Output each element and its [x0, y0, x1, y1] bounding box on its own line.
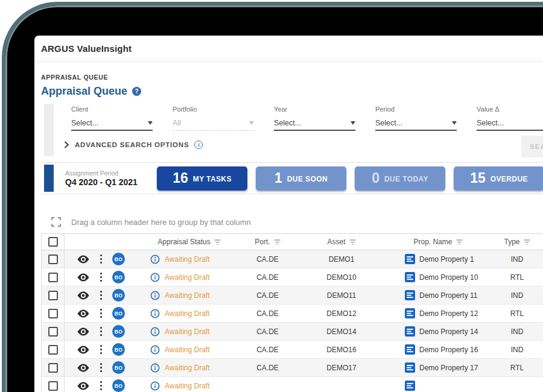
property-doc-icon[interactable] [405, 362, 415, 373]
status-info-icon[interactable] [150, 291, 160, 300]
property-doc-icon[interactable] [405, 290, 415, 300]
property-doc-icon[interactable] [405, 326, 415, 337]
asset-cell: DEMO17 [296, 364, 387, 372]
prop-name-cell: Demo Property 11 [387, 290, 489, 300]
filter-select[interactable]: Client Select... [71, 106, 153, 131]
status-info-icon[interactable] [150, 345, 160, 355]
view-icon[interactable] [77, 309, 90, 318]
assignee-badge[interactable]: BO [112, 271, 125, 283]
port-cell: CA.DE [239, 273, 296, 282]
port-cell: CA.DE [239, 291, 296, 300]
filter-icon[interactable] [456, 239, 463, 245]
filter-icon[interactable] [349, 239, 356, 245]
view-icon[interactable] [77, 364, 90, 372]
view-icon[interactable] [77, 346, 90, 354]
view-icon[interactable] [77, 273, 90, 282]
filter-select[interactable]: Value Δ Select... [477, 106, 543, 131]
advanced-search-toggle[interactable]: ADVANCED SEARCH OPTIONS i [64, 141, 543, 149]
row-checkbox[interactable] [48, 345, 58, 355]
appraisal-status-cell: Awaiting Draft [139, 254, 239, 264]
filter-select[interactable]: Portfolio All [173, 106, 254, 131]
assignee-badge[interactable]: BO [112, 379, 125, 392]
search-button[interactable]: SEARCH [521, 136, 543, 157]
row-menu-icon[interactable] [99, 362, 104, 374]
row-menu-icon[interactable] [99, 253, 104, 265]
row-menu-icon[interactable] [99, 289, 104, 302]
row-menu-icon[interactable] [99, 308, 104, 320]
row-checkbox[interactable] [48, 381, 58, 391]
filter-icon[interactable] [274, 239, 281, 245]
group-by-drop-zone[interactable]: Drag a column header here to group by th… [51, 217, 543, 227]
filter-select[interactable]: Year Select... [274, 106, 355, 131]
row-actions: BO [65, 253, 139, 265]
status-info-icon[interactable] [150, 381, 160, 391]
chevron-down-icon [148, 121, 153, 125]
status-info-icon[interactable] [150, 309, 160, 318]
property-doc-icon[interactable] [405, 272, 415, 282]
prop-name-cell [387, 381, 489, 391]
assignee-badge[interactable]: BO [112, 343, 125, 356]
assignment-period: Assignment Period Q4 2020 - Q1 2021 [65, 169, 148, 187]
property-doc-icon[interactable] [405, 308, 415, 318]
property-doc-icon[interactable] [405, 344, 415, 355]
page-title: Appraisal Queue [41, 85, 127, 98]
port-cell: CA.DE [239, 346, 296, 354]
status-info-icon[interactable] [150, 327, 160, 337]
help-icon[interactable]: ? [132, 87, 141, 96]
status-info-icon[interactable] [150, 273, 160, 282]
view-icon[interactable] [77, 382, 90, 390]
appraisal-status-cell: Awaiting Draft [139, 291, 239, 300]
row-checkbox[interactable] [48, 254, 58, 264]
filter-icon[interactable] [524, 239, 530, 245]
assignee-badge[interactable]: BO [112, 325, 125, 338]
column-header-type[interactable]: Type [489, 238, 543, 246]
appraisal-status-cell: Awaiting Draft [139, 345, 239, 355]
row-checkbox-cell [42, 359, 65, 376]
assignee-badge[interactable]: BO [112, 253, 125, 265]
filter-label: Period [375, 106, 457, 113]
prop-name-text: Demo Property 1 [419, 255, 474, 264]
row-checkbox[interactable] [48, 363, 58, 373]
row-checkbox[interactable] [48, 291, 58, 300]
view-icon[interactable] [77, 255, 90, 264]
row-checkbox[interactable] [48, 273, 58, 282]
filter-label: Portfolio [173, 106, 254, 113]
row-checkbox-cell [42, 323, 65, 340]
stat-button[interactable]: 0 DUE TODAY [355, 166, 445, 191]
stats-bar: Assignment Period Q4 2020 - Q1 2021 16 M… [41, 162, 543, 194]
info-icon[interactable]: i [194, 141, 203, 149]
appraisal-status-cell: Awaiting Draft [139, 273, 239, 282]
row-checkbox[interactable] [48, 327, 58, 337]
type-cell: RTL [489, 364, 543, 372]
select-all-checkbox[interactable] [48, 237, 58, 247]
stat-button[interactable]: 16 MY TASKS [157, 166, 247, 191]
view-icon[interactable] [77, 327, 90, 336]
column-header-appraisal-status[interactable]: Appraisal Status [139, 238, 239, 246]
status-info-icon[interactable] [150, 363, 160, 373]
column-header-port[interactable]: Port. [239, 238, 296, 246]
advanced-search-label: ADVANCED SEARCH OPTIONS [75, 141, 189, 148]
filter-row: Client Select... Portfolio All [71, 106, 543, 131]
view-icon[interactable] [77, 291, 90, 300]
type-cell: IND [489, 327, 543, 336]
row-menu-icon[interactable] [99, 380, 104, 392]
row-menu-icon[interactable] [99, 271, 104, 283]
column-header-prop-name[interactable]: Prop. Name [387, 238, 489, 246]
row-checkbox[interactable] [48, 309, 58, 318]
property-doc-icon[interactable] [405, 381, 415, 391]
assignee-badge[interactable]: BO [112, 289, 125, 302]
filter-value: All [173, 119, 181, 127]
stat-button[interactable]: 15 OVERDUE [454, 166, 543, 191]
assignee-badge[interactable]: BO [112, 361, 125, 374]
row-menu-icon[interactable] [99, 344, 104, 356]
filter-select[interactable]: Period Select... [375, 106, 457, 131]
filter-panel: Client Select... Portfolio All [41, 104, 543, 157]
status-info-icon[interactable] [150, 254, 160, 264]
assignee-badge[interactable]: BO [112, 307, 125, 320]
row-menu-icon[interactable] [99, 326, 104, 338]
column-header-asset[interactable]: Asset [296, 238, 387, 246]
select-all-checkbox-cell [42, 234, 65, 250]
property-doc-icon[interactable] [405, 254, 415, 264]
stat-button[interactable]: 1 DUE SOON [256, 166, 346, 191]
filter-icon[interactable] [214, 239, 221, 245]
